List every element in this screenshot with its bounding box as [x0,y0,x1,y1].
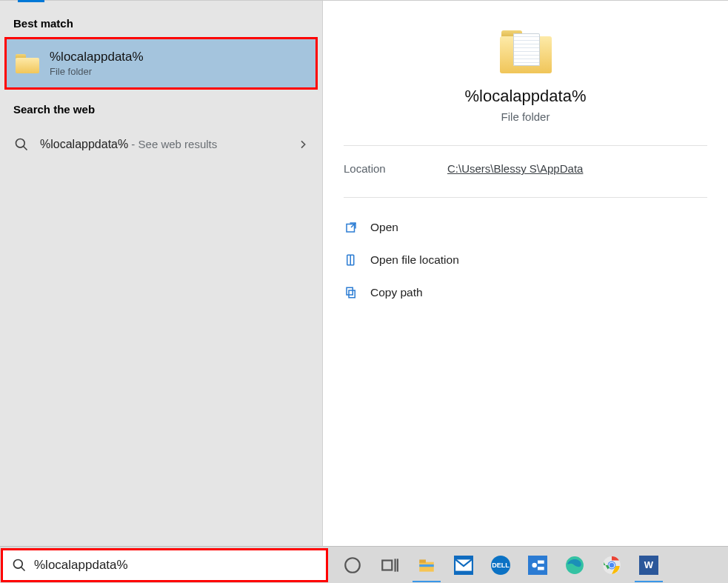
results-column: Best match %localappdata% File folder Se… [0,1,323,546]
location-row: Location C:\Users\Blessy S\AppData [323,146,728,175]
location-link[interactable]: C:\Users\Blessy S\AppData [447,162,583,175]
chrome-button[interactable] [593,547,630,584]
preview-pane: %localappdata% File folder Location C:\U… [323,1,728,546]
actions-list: Open Open file location Copy path [323,198,728,309]
svg-rect-19 [538,567,544,570]
web-result[interactable]: %localappdata% - See web results [0,126,322,163]
svg-rect-7 [347,287,353,295]
open-icon [344,220,358,235]
best-match-result[interactable]: %localappdata% File folder [4,37,318,90]
taskbar-search-box[interactable] [1,548,328,582]
best-match-title: %localappdata% [50,50,144,64]
word-button[interactable]: W [630,547,667,584]
location-icon [344,253,358,267]
copy-path-action[interactable]: Copy path [344,276,707,309]
file-explorer-button[interactable] [408,547,445,584]
preview-subtitle: File folder [323,110,728,123]
feedback-hub-button[interactable] [519,547,556,584]
search-icon [13,136,30,153]
preview-header: %localappdata% File folder [323,1,728,123]
cortana-button[interactable] [334,547,371,584]
folder-icon [16,54,39,73]
open-file-location-label: Open file location [370,253,459,267]
location-label: Location [344,162,447,175]
web-result-title: %localappdata% [40,138,128,150]
open-action[interactable]: Open [344,211,707,244]
folder-icon [500,30,552,73]
preview-title: %localappdata% [323,87,728,106]
task-view-button[interactable] [371,547,408,584]
copy-icon [344,285,358,300]
dell-app-button[interactable]: DELL [482,547,519,584]
svg-line-1 [24,147,27,150]
svg-point-0 [16,139,25,148]
filter-tab-strip [0,1,322,4]
web-result-text: %localappdata% - See web results [40,138,287,151]
best-match-header: Best match [0,4,322,37]
svg-point-8 [14,559,23,568]
best-match-subtitle: File folder [50,66,144,77]
edge-button[interactable] [556,547,593,584]
copy-path-label: Copy path [370,286,423,299]
web-result-subtitle: - See web results [128,138,217,150]
windows-search-panel: Best match %localappdata% File folder Se… [0,0,728,546]
open-label: Open [370,221,398,234]
svg-rect-15 [419,559,426,562]
svg-point-24 [610,562,615,567]
search-input[interactable] [34,558,317,573]
svg-rect-14 [419,562,434,571]
search-web-header: Search the web [0,90,322,123]
svg-rect-16 [419,564,434,566]
taskbar: DELL W [0,546,728,583]
svg-point-17 [532,562,537,567]
svg-rect-18 [538,560,544,563]
best-match-text: %localappdata% File folder [50,50,144,77]
open-file-location-action[interactable]: Open file location [344,244,707,276]
mail-button[interactable] [445,547,482,584]
search-icon [12,558,27,573]
svg-rect-11 [382,560,392,570]
folder-contents-icon [513,33,540,66]
svg-point-10 [345,558,360,573]
chevron-right-icon [297,139,309,150]
svg-line-9 [21,567,25,570]
active-tab-indicator [18,0,44,2]
svg-rect-6 [349,290,355,298]
taskbar-icons: DELL W [334,547,667,584]
